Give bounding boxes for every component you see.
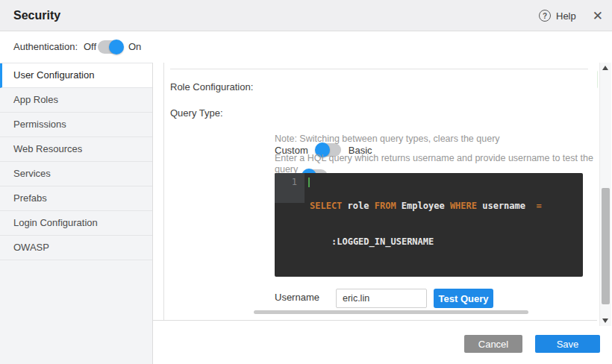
- save-button[interactable]: Save: [535, 335, 600, 353]
- help-link[interactable]: Help: [556, 10, 576, 22]
- authentication-toggle[interactable]: [98, 40, 123, 54]
- editor-code: SELECT role FROM Employee WHERE username…: [310, 176, 578, 272]
- hql-query-editor[interactable]: 1 SELECT role FROM Employee WHERE userna…: [275, 173, 583, 277]
- panel-divider: [163, 63, 164, 320]
- authentication-label: Authentication:: [13, 31, 78, 63]
- toggle-knob: [109, 40, 124, 54]
- code-line-2: :LOGGED_IN_USERNAME: [310, 236, 578, 248]
- security-dialog: Security ? Help ✕ Authentication: Off On…: [0, 0, 612, 364]
- page-title: Security: [13, 0, 60, 31]
- sidebar-item-owasp[interactable]: OWASP: [0, 236, 152, 260]
- editor-line-number: 1: [275, 177, 297, 187]
- vertical-scrollbar-thumb[interactable]: [602, 188, 610, 304]
- sidebar-item-user-configuration[interactable]: User Configuration: [0, 63, 152, 88]
- vertical-scrollbar[interactable]: [599, 63, 611, 326]
- dialog-header: Security ? Help ✕: [0, 0, 612, 31]
- section-divider: [170, 69, 588, 69]
- code-line-1: SELECT role FROM Employee WHERE username…: [310, 200, 578, 212]
- sidebar-item-services[interactable]: Services: [0, 162, 152, 186]
- query-instruction: Enter a HQL query which returns username…: [275, 153, 597, 175]
- user-configuration-panel: Role Configuration: Custom Basic Query T…: [153, 63, 597, 321]
- query-type-note: Note: Switching between query types, cle…: [275, 134, 500, 145]
- authentication-off-label: Off: [84, 31, 96, 63]
- cancel-button[interactable]: Cancel: [464, 335, 522, 353]
- role-configuration-label: Role Configuration:: [170, 81, 253, 94]
- sidebar-item-login-configuration[interactable]: Login Configuration: [0, 211, 152, 236]
- sidebar-item-web-resources[interactable]: Web Resources: [0, 137, 152, 162]
- sidebar-item-app-roles[interactable]: App Roles: [0, 88, 152, 113]
- header-actions: ? Help ✕: [539, 0, 603, 31]
- username-label: Username: [275, 292, 319, 304]
- help-icon[interactable]: ?: [539, 10, 551, 22]
- query-type-label: Query Type:: [170, 107, 223, 120]
- close-icon[interactable]: ✕: [593, 10, 603, 22]
- username-input[interactable]: [336, 289, 427, 308]
- sidebar: User Configuration App Roles Permissions…: [0, 63, 153, 364]
- sidebar-item-permissions[interactable]: Permissions: [0, 113, 152, 137]
- authentication-on-label: On: [128, 31, 141, 63]
- horizontal-scrollbar-thumb[interactable]: [254, 310, 528, 314]
- authentication-row: Authentication: Off On ✓ Tested query su…: [0, 31, 612, 63]
- scrollbar-down-arrow[interactable]: [602, 318, 608, 323]
- test-query-button[interactable]: Test Query: [434, 289, 493, 308]
- sidebar-item-prefabs[interactable]: Prefabs: [0, 186, 152, 211]
- scrollbar-up-arrow[interactable]: [602, 66, 608, 70]
